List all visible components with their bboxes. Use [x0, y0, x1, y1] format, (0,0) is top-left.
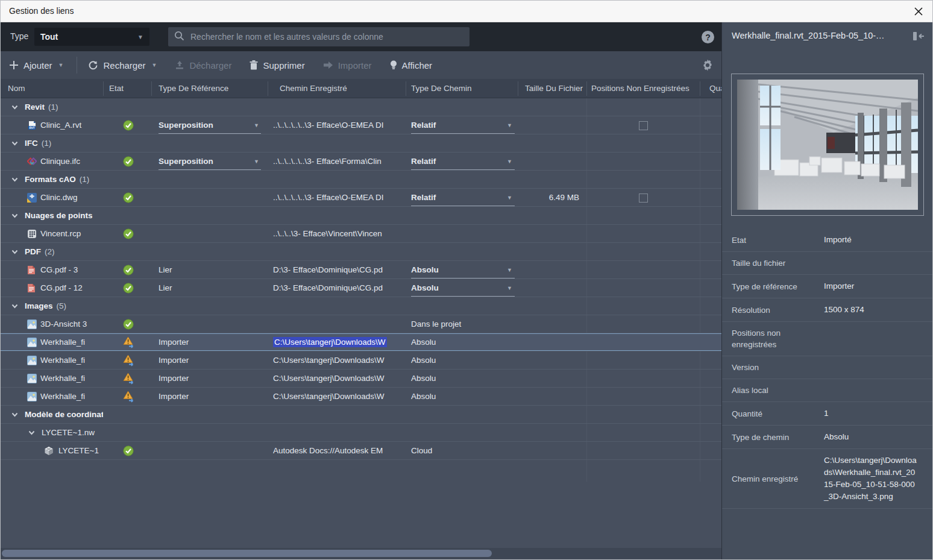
search-input[interactable]: [190, 32, 463, 42]
details-panel: Werkhalle_final.rvt_2015-Feb-05_10-…: [721, 22, 933, 560]
saved-path-cell[interactable]: Autodesk Docs://Autodesk EM: [273, 442, 402, 460]
column-header[interactable]: Etat: [109, 79, 151, 98]
group-label: PDF: [25, 247, 41, 256]
delete-button[interactable]: Supprimer: [250, 60, 304, 71]
path-type-cell: Dans le projet: [411, 315, 515, 333]
reference-type-cell: Importer: [159, 370, 261, 388]
path-type-cell: Absolu: [411, 388, 515, 406]
table-row[interactable]: Vincent.rcp..\..\..\3- Efface\Vincent\Vi…: [1, 225, 721, 243]
path-type-cell[interactable]: Absolu: [411, 261, 515, 278]
cube-file-icon: [44, 446, 55, 456]
saved-path-cell[interactable]: ..\..\..\..\..\3- Efface\O-EMEA DI: [273, 116, 402, 134]
show-button[interactable]: Afficher: [390, 60, 433, 71]
reference-type-cell[interactable]: Superposition: [159, 116, 261, 134]
path-type-value: Relatif: [411, 193, 436, 202]
search-box[interactable]: [168, 27, 470, 46]
image-file-icon: [27, 356, 38, 365]
unload-button[interactable]: Décharger: [175, 60, 231, 71]
table-row[interactable]: LYCETE~1Autodesk Docs://Autodesk EMCloud: [1, 442, 721, 460]
chevron-down-icon[interactable]: [28, 430, 37, 435]
column-header[interactable]: Taille Du Fichier: [525, 79, 585, 98]
column-separator: [151, 81, 152, 96]
table-row[interactable]: CG.pdf - 12LierD:\3- Efface\Dominique\CG…: [1, 279, 721, 297]
saved-path-cell[interactable]: D:\3- Efface\Dominique\CG.pd: [273, 279, 402, 297]
chevron-down-icon[interactable]: [11, 412, 20, 417]
file-size-cell: 6.49 MB: [519, 189, 579, 207]
type-filter-dropdown[interactable]: Tout ▼: [34, 28, 149, 46]
path-type-cell[interactable]: Relatif: [411, 116, 515, 134]
unsaved-positions-checkbox[interactable]: [639, 121, 648, 130]
reference-type-cell[interactable]: Superposition: [159, 153, 261, 170]
saved-path-cell[interactable]: C:\Users\tangerj\Downloads\W: [273, 370, 402, 388]
group-row[interactable]: Modèle de coordination: [1, 406, 721, 424]
add-button[interactable]: Ajouter▼: [9, 60, 63, 71]
group-label: Formats cAO: [25, 175, 76, 184]
group-label: Nuages de points: [25, 211, 93, 220]
help-icon[interactable]: ?: [702, 31, 714, 43]
file-name: 3D-Ansicht 3: [40, 315, 103, 333]
group-label: IFC: [25, 139, 38, 148]
settings-gear-icon[interactable]: [701, 58, 714, 72]
group-row[interactable]: Revit(1): [1, 98, 721, 116]
column-separator: [268, 81, 268, 96]
chevron-down-icon[interactable]: [11, 105, 20, 110]
unsaved-positions-checkbox[interactable]: [639, 193, 648, 203]
scrollbar-thumb[interactable]: [2, 550, 492, 557]
group-row[interactable]: PDF(2): [1, 243, 721, 261]
chevron-down-icon[interactable]: [11, 304, 20, 309]
table-row[interactable]: Werkhalle_fiImporterC:\Users\tangerj\Dow…: [1, 333, 721, 351]
close-icon[interactable]: [911, 4, 926, 19]
table-row[interactable]: Werkhalle_fiImporterC:\Users\tangerj\Dow…: [1, 370, 721, 388]
column-header[interactable]: Type De Chemin: [411, 79, 514, 98]
table-row[interactable]: Werkhalle_fiImporterC:\Users\tangerj\Dow…: [1, 388, 721, 406]
group-row[interactable]: LYCETE~1.nw: [1, 424, 721, 442]
path-type-cell[interactable]: Relatif: [411, 189, 515, 206]
path-type-value: Absolu: [411, 392, 436, 401]
saved-path-cell[interactable]: C:\Users\tangerj\Downloads\W: [273, 333, 402, 351]
status-warning-icon: [123, 354, 135, 367]
table-row[interactable]: 3D-Ansicht 3Dans le projet: [1, 315, 721, 333]
path-type-cell[interactable]: Absolu: [411, 279, 515, 297]
table-row[interactable]: CG.pdf - 3LierD:\3- Efface\Dominique\CG.…: [1, 261, 721, 279]
saved-path-cell[interactable]: ..\..\..\..\..\3- Efface\O-EMEA DI: [273, 189, 402, 207]
chevron-down-icon[interactable]: [11, 141, 20, 146]
table-row[interactable]: Werkhalle_fiImporterC:\Users\tangerj\Dow…: [1, 351, 721, 370]
detail-field-value: C:\Users\tangerj\Downloads\Werkhalle_fin…: [824, 449, 925, 508]
toolbar-button-label: Recharger: [103, 60, 145, 71]
detail-field: Chemin enregistréC:\Users\tangerj\Downlo…: [722, 449, 933, 509]
saved-path-cell[interactable]: ..\..\..\3- Efface\Vincent\Vincen: [273, 225, 402, 243]
collapse-panel-icon[interactable]: [912, 31, 925, 42]
unload-icon: [175, 60, 184, 70]
saved-path-cell[interactable]: C:\Users\tangerj\Downloads\W: [273, 351, 402, 370]
reload-button[interactable]: Recharger▼: [88, 60, 157, 71]
group-row[interactable]: Nuages de points: [1, 207, 721, 225]
chevron-down-icon[interactable]: [11, 250, 20, 254]
import-button[interactable]: Importer: [323, 60, 372, 71]
path-type-cell[interactable]: Relatif: [411, 153, 515, 170]
group-label: Modèle de coordination: [25, 410, 103, 419]
group-row[interactable]: IFC(1): [1, 134, 721, 153]
svg-text:RVT: RVT: [29, 127, 34, 130]
detail-field: Résolution1500 x 874: [722, 298, 933, 322]
table-row[interactable]: Clinique.ifc▼Superposition..\..\..\..\..…: [1, 153, 721, 171]
horizontal-scrollbar[interactable]: [1, 548, 721, 559]
saved-path-cell[interactable]: C:\Users\tangerj\Downloads\W: [273, 388, 402, 406]
saved-path-cell[interactable]: ..\..\..\..\..\3- Efface\Forma\Clin: [273, 153, 402, 171]
table-row[interactable]: Clinic.dwg..\..\..\..\..\3- Efface\O-EME…: [1, 189, 721, 207]
main-area: Type Tout ▼ ? Ajouter▼Recharger▼Décharge…: [1, 22, 721, 560]
chevron-down-icon[interactable]: [11, 213, 20, 218]
saved-path-cell[interactable]: D:\3- Efface\Dominique\CG.pd: [273, 261, 402, 279]
table-row[interactable]: RVTClinic_A.rvt▼Superposition..\..\..\..…: [1, 116, 721, 134]
column-header[interactable]: Nom: [8, 79, 98, 98]
group-row[interactable]: Images(5): [1, 297, 721, 315]
chevron-down-icon[interactable]: [11, 177, 20, 182]
saved-path-value: ..\..\..\..\..\3- Efface\O-EMEA DI: [273, 193, 384, 202]
column-header[interactable]: Quantité: [709, 79, 721, 98]
detail-field-label: Résolution: [722, 299, 824, 321]
saved-path-value: C:\Users\tangerj\Downloads\W: [273, 337, 387, 347]
reference-type-cell: Lier: [159, 261, 261, 279]
column-header[interactable]: Positions Non Enregistrées: [591, 79, 699, 98]
column-header[interactable]: Chemin Enregistré: [280, 79, 400, 98]
group-row[interactable]: Formats cAO(1): [1, 171, 721, 189]
column-header[interactable]: Type De Référence: [159, 79, 264, 98]
